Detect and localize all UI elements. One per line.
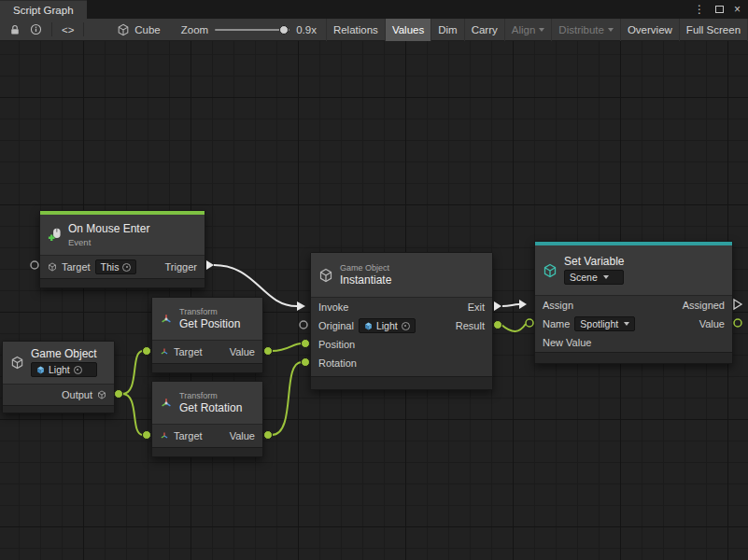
- row-original-result: Original Light Result: [311, 316, 492, 335]
- new-value-port-label: New Value: [543, 337, 591, 348]
- row-name-value: Name Spotlight Value: [535, 315, 732, 333]
- zoom-slider-knob[interactable]: [279, 25, 289, 35]
- node-body: Output: [3, 385, 114, 405]
- code-icon[interactable]: <>: [57, 20, 78, 40]
- lock-icon[interactable]: [4, 20, 25, 40]
- overview-button[interactable]: Overview: [620, 19, 679, 41]
- value-port-label: Value: [230, 346, 255, 357]
- node-title: On Mouse Enter: [68, 223, 149, 235]
- row-new-value: New Value: [535, 333, 732, 352]
- node-body: Assign Assigned Name Spotlight Value New…: [535, 296, 732, 352]
- node-instantiate[interactable]: Game Object Instantiate Invoke Exit Orig…: [310, 252, 493, 390]
- wire-position-value: [272, 343, 302, 351]
- chevron-down-icon: [608, 28, 614, 32]
- relations-button[interactable]: Relations: [326, 19, 385, 41]
- node-header: Transform Get Position: [152, 298, 262, 341]
- target-port-label: Target: [174, 430, 203, 441]
- node-body: Target This Trigger: [40, 256, 205, 278]
- unity-graph-window: Script Graph ⋮ × <> Cube Zoom 0.9x Re: [0, 0, 748, 560]
- wire-exit-to-assign: [502, 304, 519, 306]
- chevron-down-icon: [624, 322, 629, 326]
- row-target-trigger: Target This Trigger: [40, 256, 205, 278]
- row-target-value: Target Value: [152, 341, 262, 363]
- result-port-label: Result: [456, 320, 485, 331]
- invoke-port-label: Invoke: [318, 301, 348, 313]
- wire-output-to-getrotation: [122, 394, 143, 435]
- row-rotation: Rotation: [311, 354, 492, 372]
- transform-icon: [160, 313, 173, 326]
- object-picker-icon[interactable]: [74, 366, 82, 374]
- zoom-label: Zoom: [181, 24, 208, 35]
- event-icon: [48, 228, 62, 242]
- trigger-port-label: Trigger: [165, 261, 197, 273]
- target-port-label: Target: [174, 346, 203, 357]
- node-set-variable[interactable]: Set Variable Scene Assign Assigned Name: [534, 241, 733, 364]
- node-category: Transform: [179, 391, 242, 400]
- node-category: Game Object: [340, 263, 391, 273]
- node-on-mouse-enter[interactable]: On Mouse Enter Event Target This Trigger: [39, 210, 205, 288]
- node-body: Invoke Exit Original Light Result Positi…: [311, 298, 492, 376]
- dim-button[interactable]: Dim: [430, 19, 463, 41]
- variable-scope-dropdown[interactable]: Scene: [564, 270, 624, 285]
- cube-icon: [10, 356, 24, 370]
- zoom-slider[interactable]: [215, 29, 289, 31]
- row-target-value: Target Value: [152, 425, 262, 447]
- carry-button[interactable]: Carry: [464, 19, 504, 41]
- zoom-control: Zoom 0.9x: [181, 24, 317, 35]
- node-category: Transform: [179, 307, 240, 316]
- chevron-down-icon: [539, 28, 544, 32]
- tab-script-graph[interactable]: Script Graph: [0, 0, 87, 19]
- toolbar-separator: [83, 22, 84, 36]
- exit-port-label: Exit: [468, 301, 485, 313]
- tab-title: Script Graph: [13, 5, 74, 16]
- node-title: Instantiate: [340, 274, 391, 287]
- tab-bar-spacer: [87, 0, 694, 19]
- node-get-rotation[interactable]: Transform Get Rotation Target Value: [151, 381, 263, 457]
- target-port-label: Target: [62, 261, 91, 273]
- node-subtitle: Event: [68, 237, 149, 247]
- name-port-label: Name: [543, 318, 570, 329]
- original-port-label: Original: [318, 320, 354, 331]
- graph-target-label: Cube: [134, 24, 161, 35]
- object-picker-icon[interactable]: [122, 263, 131, 272]
- value-port-label: Value: [699, 318, 725, 329]
- wire-arrowhead: [519, 300, 527, 309]
- output-port-label: Output: [62, 389, 92, 400]
- maximize-icon[interactable]: [715, 6, 724, 13]
- node-game-object-literal[interactable]: Game Object Light Output: [2, 341, 115, 413]
- cube-icon: [318, 268, 333, 283]
- distribute-dropdown[interactable]: Distribute: [551, 19, 620, 41]
- values-button[interactable]: Values: [385, 19, 430, 41]
- object-field[interactable]: Light: [359, 318, 416, 333]
- toolbar-toggle-group: Relations Values Dim Carry Align Distrib…: [326, 19, 748, 41]
- toolbar-separator: [51, 22, 52, 36]
- node-footer: [152, 363, 262, 372]
- wire-rotation-value: [272, 362, 302, 435]
- node-header: Set Variable Scene: [535, 245, 732, 296]
- align-dropdown[interactable]: Align: [504, 19, 552, 41]
- object-field[interactable]: Light: [31, 362, 97, 377]
- zoom-value: 0.9x: [296, 24, 317, 35]
- node-footer: [40, 278, 205, 287]
- transform-icon: [160, 431, 169, 441]
- transform-icon: [160, 347, 169, 357]
- assign-port-label: Assign: [543, 300, 573, 311]
- cube-icon: [117, 23, 130, 36]
- fullscreen-button[interactable]: Full Screen: [679, 19, 748, 41]
- window-controls: ⋮ ×: [694, 0, 748, 19]
- close-icon[interactable]: ×: [734, 4, 741, 15]
- variable-name-dropdown[interactable]: Spotlight: [574, 316, 635, 331]
- graph-canvas[interactable]: On Mouse Enter Event Target This Trigger: [0, 41, 748, 560]
- kebab-menu-icon[interactable]: ⋮: [694, 4, 705, 15]
- value-port-label: Value: [230, 430, 255, 441]
- graph-target[interactable]: Cube: [117, 23, 161, 36]
- tab-bar: Script Graph ⋮ ×: [0, 0, 748, 19]
- game-object-icon: [48, 262, 57, 272]
- node-get-position[interactable]: Transform Get Position Target Value: [151, 297, 263, 373]
- object-picker-icon[interactable]: [402, 322, 410, 330]
- info-icon[interactable]: [25, 20, 47, 40]
- node-footer: [535, 352, 732, 363]
- target-inline-value[interactable]: This: [95, 259, 137, 274]
- node-header: On Mouse Enter Event: [40, 215, 205, 256]
- game-object-icon: [36, 366, 45, 374]
